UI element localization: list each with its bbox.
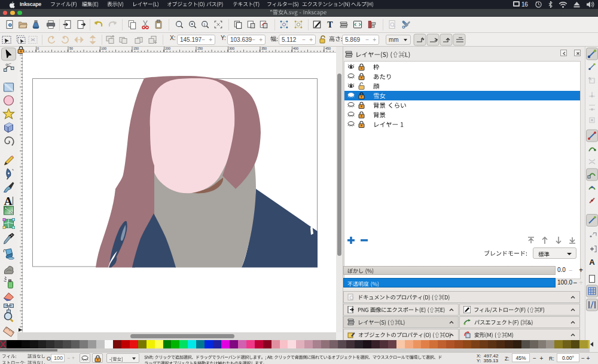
svg-text:50: 50 [69,47,73,50]
svg-text:450: 450 [325,47,331,50]
svg-text:200: 200 [165,47,170,50]
svg-text:100: 100 [101,47,106,50]
svg-text:A: A [4,195,13,207]
svg-text:150: 150 [133,47,139,50]
svg-text:400: 400 [293,47,298,50]
svg-text:250: 250 [197,47,203,50]
svg-text:A: A [589,258,595,267]
svg-text:16: 16 [521,1,528,8]
svg-text:T: T [327,20,333,29]
svg-text:350: 350 [261,47,267,50]
svg-text:1: 1 [203,22,205,26]
svg-text:0: 0 [37,47,39,50]
svg-text:300: 300 [229,47,234,50]
